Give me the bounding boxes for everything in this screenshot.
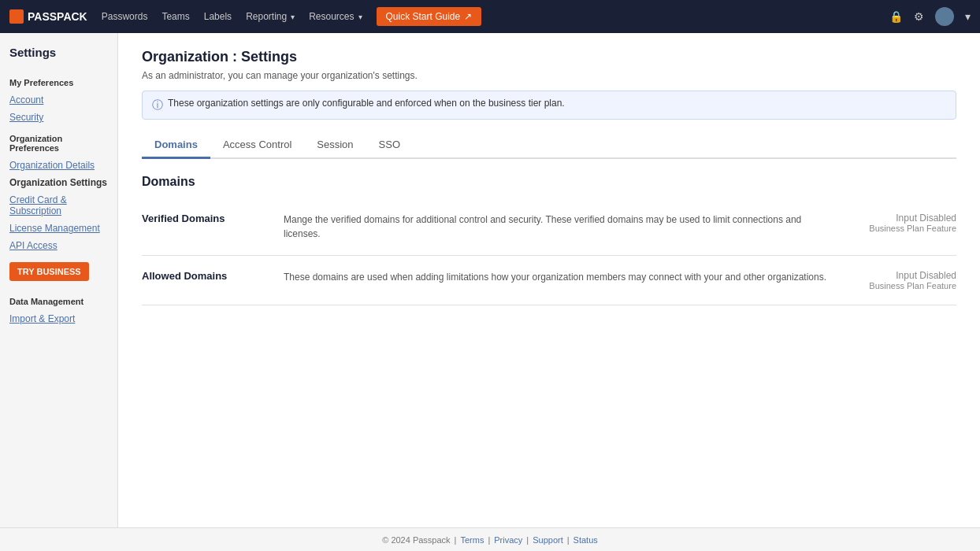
logo-text: PASSPACK bbox=[28, 10, 87, 23]
verified-domains-label: Verified Domains bbox=[142, 213, 268, 224]
terms-link[interactable]: Terms bbox=[460, 535, 484, 545]
page-title: Organization : Settings bbox=[142, 49, 956, 65]
info-banner: ⓘ These organization settings are only c… bbox=[142, 91, 956, 120]
teams-nav[interactable]: Teams bbox=[161, 11, 189, 22]
support-link[interactable]: Support bbox=[533, 535, 563, 545]
info-icon: ⓘ bbox=[152, 98, 163, 113]
security-link[interactable]: Security bbox=[0, 109, 117, 126]
verified-domains-status-main: Input Disabled bbox=[846, 213, 956, 224]
access-control-tab[interactable]: Access Control bbox=[210, 132, 304, 159]
reporting-chevron-icon bbox=[289, 11, 295, 22]
allowed-domains-label: Allowed Domains bbox=[142, 270, 268, 282]
labels-nav[interactable]: Labels bbox=[204, 11, 232, 22]
org-settings-link[interactable]: Organization Settings bbox=[0, 174, 117, 191]
credit-card-link[interactable]: Credit Card & Subscription bbox=[0, 191, 117, 220]
data-management-section-label: Data Management bbox=[0, 289, 117, 310]
org-details-link[interactable]: Organization Details bbox=[0, 157, 117, 174]
org-preferences-section-label: Organization Preferences bbox=[0, 126, 117, 157]
logo[interactable]: PASSPACK bbox=[9, 9, 87, 24]
verified-domains-status: Input Disabled Business Plan Feature bbox=[846, 213, 956, 233]
user-menu-chevron-icon[interactable]: ▾ bbox=[965, 10, 971, 23]
license-management-link[interactable]: License Management bbox=[0, 220, 117, 237]
passwords-nav[interactable]: Passwords bbox=[102, 11, 148, 22]
main-content: Organization : Settings As an administra… bbox=[118, 33, 980, 551]
my-preferences-section-label: My Preferences bbox=[0, 70, 117, 91]
top-navigation: PASSPACK Passwords Teams Labels Reportin… bbox=[0, 0, 980, 33]
session-tab[interactable]: Session bbox=[304, 132, 366, 159]
resources-nav[interactable]: Resources bbox=[309, 11, 362, 22]
try-business-button[interactable]: TRY BUSINESS bbox=[9, 262, 89, 281]
allowed-domains-description: These domains are used when adding limit… bbox=[284, 270, 830, 284]
logo-icon bbox=[9, 9, 24, 24]
lock-icon[interactable]: 🔒 bbox=[889, 10, 903, 23]
tabs-container: Domains Access Control Session SSO bbox=[142, 132, 956, 159]
footer-copyright: © 2024 Passpack bbox=[382, 535, 450, 545]
main-layout: Settings My Preferences Account Security… bbox=[0, 33, 980, 551]
resources-chevron-icon bbox=[357, 11, 362, 22]
domains-section-title: Domains bbox=[142, 175, 956, 189]
allowed-domains-status-main: Input Disabled bbox=[846, 270, 956, 281]
status-link[interactable]: Status bbox=[574, 535, 598, 545]
nav-left: PASSPACK Passwords Teams Labels Reportin… bbox=[9, 7, 481, 26]
allowed-domains-status: Input Disabled Business Plan Feature bbox=[846, 270, 956, 290]
import-export-link[interactable]: Import & Export bbox=[0, 310, 117, 327]
settings-title: Settings bbox=[0, 46, 117, 70]
avatar[interactable] bbox=[935, 7, 954, 26]
sidebar: Settings My Preferences Account Security… bbox=[0, 33, 118, 551]
privacy-link[interactable]: Privacy bbox=[494, 535, 522, 545]
nav-right: 🔒 ⚙ ▾ bbox=[889, 7, 971, 26]
verified-domains-status-sub: Business Plan Feature bbox=[846, 224, 956, 233]
gear-icon[interactable]: ⚙ bbox=[914, 10, 924, 23]
allowed-domains-status-sub: Business Plan Feature bbox=[846, 281, 956, 290]
external-link-icon: ↗ bbox=[464, 11, 472, 22]
verified-domains-row: Verified Domains Mange the verified doma… bbox=[142, 198, 956, 256]
account-link[interactable]: Account bbox=[0, 91, 117, 109]
footer: © 2024 Passpack | Terms | Privacy | Supp… bbox=[0, 527, 980, 551]
domains-tab[interactable]: Domains bbox=[142, 132, 210, 159]
quick-start-button[interactable]: Quick Start Guide ↗ bbox=[377, 7, 482, 26]
page-subtitle: As an administrator, you can manage your… bbox=[142, 70, 956, 81]
api-access-link[interactable]: API Access bbox=[0, 237, 117, 254]
verified-domains-description: Mange the verified domains for additiona… bbox=[284, 213, 830, 241]
reporting-nav[interactable]: Reporting bbox=[246, 11, 295, 22]
allowed-domains-row: Allowed Domains These domains are used w… bbox=[142, 256, 956, 305]
info-banner-text: These organization settings are only con… bbox=[168, 98, 565, 109]
sso-tab[interactable]: SSO bbox=[366, 132, 413, 159]
